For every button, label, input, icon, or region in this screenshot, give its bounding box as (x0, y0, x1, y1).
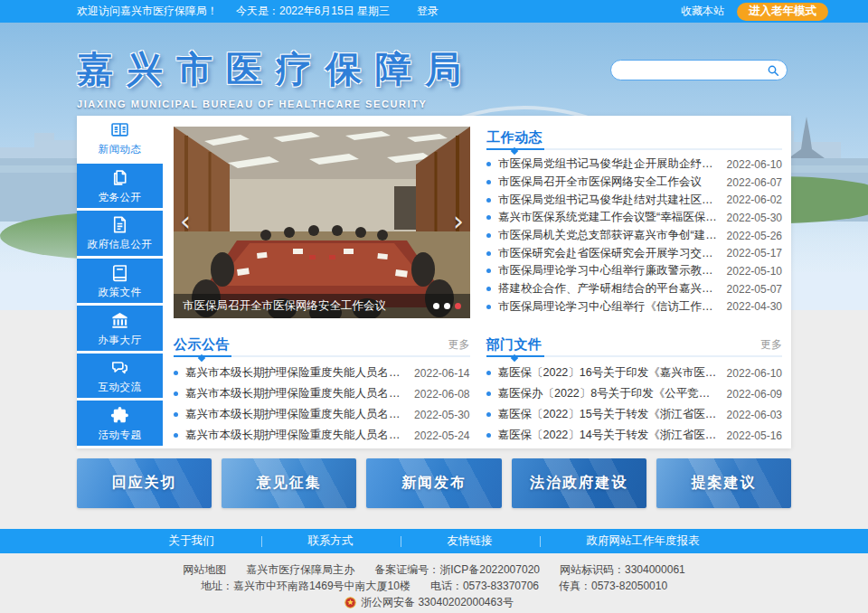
news-item-date: 2022-04-30 (727, 300, 782, 313)
dept-file-item[interactable]: 嘉医保〔2022〕15号关于转发《浙江省医疗保... 2022-06-03 (486, 404, 783, 425)
news-item-date: 2022-06-02 (727, 193, 782, 206)
announcement-item-date: 2022-05-30 (414, 409, 469, 421)
news-item[interactable]: 搭建校企合作、产学研相结合的平台嘉兴市长期护理... 2022-05-07 (486, 280, 782, 298)
site-search (610, 60, 788, 80)
section-announcements: 公示公告 更多 嘉兴市本级长期护理保险重度失能人员名单公示（2... 2022-… (174, 334, 470, 446)
dept-file-item-title: 嘉医保办〔2022〕8号关于印发《公平竞争审查... (498, 386, 718, 401)
banner-link[interactable]: 回应关切 (77, 458, 212, 508)
news-item[interactable]: 市医保局理论学习中心组举行《信访工作条例》专题... 2022-04-30 (486, 298, 782, 316)
news-item[interactable]: 市医保局党组书记马俊华赴结对共建社区指导全国文... 2022-06-02 (486, 191, 782, 209)
carousel-caption-bar: 市医保局召开全市医保网络安全工作会议 (174, 294, 470, 318)
section-work-news: 工作动态 市医保局党组书记马俊华赴企开展助企纾困活动 2022-06-10 (486, 127, 782, 318)
jiaxing-healthcare-security-homepage: 欢迎访问嘉兴市医疗保障局！ 今天是：2022年6月15日 星期三 登录 收藏本站… (0, 0, 868, 613)
footer-line-3: 浙公网安备 33040202000463号 (0, 594, 868, 610)
sidebar-item[interactable]: 办事大厅 (77, 306, 163, 351)
sitemap-link[interactable]: 网站地图 (183, 562, 226, 578)
announcement-item-date: 2022-05-24 (414, 429, 469, 442)
bullet-icon (486, 412, 491, 417)
dept-file-item-title: 嘉医保〔2022〕16号关于印发《嘉兴市医疗保... (498, 365, 718, 381)
footer-nav-link[interactable]: 友情链接 (401, 533, 540, 549)
carousel-dot[interactable] (444, 303, 450, 309)
sidebar-item[interactable]: 互动交流 (77, 354, 163, 399)
footer-nav-link[interactable]: 关于我们 (122, 533, 261, 549)
topbar: 欢迎访问嘉兴市医疗保障局！ 今天是：2022年6月15日 星期三 登录 收藏本站… (0, 0, 868, 23)
announcement-item[interactable]: 嘉兴市本级长期护理保险重度失能人员名单公示（2... 2022-06-08 (174, 383, 470, 404)
dept-file-item[interactable]: 嘉医保〔2022〕16号关于印发《嘉兴市医疗保... 2022-06-10 (486, 363, 783, 383)
news-carousel[interactable]: ‹ › 市医保局召开全市医保网络安全工作会议 (174, 127, 470, 318)
footer-nav-link[interactable]: 联系方式 (261, 533, 401, 549)
sidebar-item-label: 党务公开 (99, 191, 142, 204)
section-header: 部门文件 更多 (486, 334, 783, 357)
carousel-caption: 市医保局召开全市医保网络安全工作会议 (183, 298, 386, 314)
news-item-date: 2022-06-07 (727, 176, 782, 189)
search-icon[interactable] (766, 63, 780, 78)
announcement-item-title: 嘉兴市本级长期护理保险重度失能人员名单公示（2... (185, 365, 405, 381)
sidebar-item[interactable]: 党务公开 (77, 164, 163, 209)
bookmark-site-link[interactable]: 收藏本站 (681, 4, 724, 19)
banner-link[interactable]: 意见征集 (222, 458, 356, 508)
page-content: 嘉兴市医疗保障局 JIAXING MUNICIPAL BUREAU OF HEA… (77, 23, 791, 508)
carousel-dot[interactable] (433, 303, 439, 309)
news-item[interactable]: 嘉兴市医保系统党建工作会议暨“幸福医保”党建联... 2022-05-30 (486, 209, 782, 227)
announcement-item[interactable]: 嘉兴市本级长期护理保险重度失能人员名单公示（2... 2022-05-30 (174, 404, 470, 425)
search-input[interactable] (622, 64, 766, 77)
bullet-icon (486, 198, 491, 203)
security-record-link[interactable]: 浙公网安备 33040202000463号 (361, 595, 514, 610)
dept-file-item-date: 2022-06-09 (727, 388, 782, 401)
sidebar-item[interactable]: 政策文件 (77, 259, 163, 304)
news-item[interactable]: 市医保局机关党总支部获评嘉兴市争创“建设清廉机... 2022-05-26 (486, 227, 782, 245)
news-item[interactable]: 市医保研究会赴省医保研究会开展学习交流活动 2022-05-17 (486, 244, 782, 262)
sidebar-item-label: 政策文件 (99, 286, 142, 299)
news-item-date: 2022-05-26 (727, 230, 782, 242)
carousel-dots (426, 303, 461, 309)
announcement-item-title: 嘉兴市本级长期护理保险重度失能人员名单公示（2... (185, 386, 405, 401)
dept-file-item-date: 2022-05-16 (727, 429, 782, 442)
sidebar-item[interactable]: 新闻动态 (77, 116, 163, 161)
bottom-row: 公示公告 更多 嘉兴市本级长期护理保险重度失能人员名单公示（2... 2022-… (174, 334, 782, 446)
more-link[interactable]: 更多 (448, 337, 470, 353)
sidebar-item[interactable]: 政府信息公开 (77, 211, 163, 256)
carousel-slide-photo[interactable] (174, 127, 470, 318)
news-item[interactable]: 市医保局党组书记马俊华赴企开展助企纾困活动 2022-06-10 (486, 156, 782, 174)
announcement-item[interactable]: 嘉兴市本级长期护理保险重度失能人员名单公示（2... 2022-05-24 (174, 425, 470, 446)
dept-file-item[interactable]: 嘉医保〔2022〕14号关于转发《浙江省医疗保... 2022-05-16 (486, 425, 783, 446)
newspaper-icon (109, 119, 130, 140)
dept-files-list: 嘉医保〔2022〕16号关于印发《嘉兴市医疗保... 2022-06-10 嘉医… (486, 363, 783, 446)
banner-link[interactable]: 法治政府建设 (512, 458, 646, 508)
news-item-date: 2022-05-30 (727, 212, 782, 224)
dept-file-item-date: 2022-06-10 (727, 367, 782, 380)
banner-link[interactable]: 新闻发布 (366, 458, 501, 508)
banner-link[interactable]: 提案建议 (656, 458, 791, 508)
footer-nav-link[interactable]: 政府网站工作年度报表 (540, 533, 747, 549)
bullet-icon (174, 433, 178, 438)
news-item[interactable]: 市医保局召开全市医保网络安全工作会议 2022-06-07 (486, 174, 782, 192)
banner-label: 回应关切 (112, 474, 177, 493)
dept-file-item[interactable]: 嘉医保办〔2022〕8号关于印发《公平竞争审查... 2022-06-09 (486, 383, 783, 404)
announcement-item-title: 嘉兴市本级长期护理保险重度失能人员名单公示（2... (185, 407, 405, 422)
login-link[interactable]: 登录 (417, 4, 439, 19)
bullet-icon (486, 269, 491, 273)
more-link[interactable]: 更多 (760, 337, 782, 353)
footer: 网站地图 嘉兴市医疗保障局主办 备案证编号：浙ICP备2022007020 网站… (0, 553, 868, 613)
news-item-date: 2022-05-07 (727, 283, 782, 296)
site-subtitle: JIAXING MUNICIPAL BUREAU OF HEALTHCARE S… (77, 99, 475, 109)
sidebar-item[interactable]: 活动专题 (77, 401, 163, 446)
bullet-icon (486, 162, 491, 166)
dept-file-item-title: 嘉医保〔2022〕15号关于转发《浙江省医疗保... (498, 407, 718, 422)
sidebar-item-label: 活动专题 (99, 429, 142, 442)
footer-site-code: 网站标识码：3304000061 (560, 562, 685, 578)
carousel-dot[interactable] (455, 303, 461, 309)
footer-phone: 电话：0573-83370706 (430, 579, 539, 594)
footer-line-1: 网站地图 嘉兴市医疗保障局主办 备案证编号：浙ICP备2022007020 网站… (0, 561, 868, 578)
elderly-mode-button[interactable]: 进入老年模式 (737, 3, 828, 21)
dept-file-item-title: 嘉医保〔2022〕14号关于转发《浙江省医疗保... (498, 428, 718, 443)
news-item-date: 2022-05-10 (727, 265, 782, 278)
carousel-prev-icon[interactable]: ‹ (180, 209, 191, 234)
news-item[interactable]: 市医保局理论学习中心组举行廉政警示教育专题学习... 2022-05-10 (486, 262, 782, 280)
dept-file-item-date: 2022-06-03 (727, 409, 782, 421)
carousel-next-icon[interactable]: › (453, 209, 464, 234)
announcement-item-date: 2022-06-08 (414, 388, 469, 401)
announcement-item-date: 2022-06-14 (414, 367, 469, 380)
footer-line-2: 地址：嘉兴市中环南路1469号中南大厦10楼 电话：0573-83370706 … (0, 578, 868, 594)
announcement-item[interactable]: 嘉兴市本级长期护理保险重度失能人员名单公示（2... 2022-06-14 (174, 363, 470, 383)
